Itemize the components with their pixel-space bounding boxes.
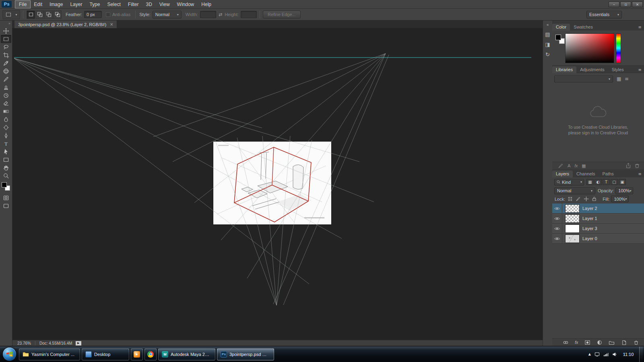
filter-shape-layers-icon[interactable]: ▢	[611, 179, 618, 185]
layer-row[interactable]: Layer 1	[552, 214, 644, 224]
zoom-level[interactable]: 23.76%	[17, 341, 31, 346]
add-mask-icon[interactable]	[584, 340, 590, 345]
foreground-color-swatch[interactable]	[2, 182, 7, 187]
filter-kind-dropdown[interactable]: Kind ▾	[554, 179, 584, 185]
saturation-brightness-box[interactable]	[565, 33, 614, 63]
tool-path-selection[interactable]	[1, 148, 11, 156]
layer-thumbnail[interactable]	[565, 234, 580, 243]
add-selection-button[interactable]	[35, 10, 44, 19]
show-desktop-button[interactable]	[639, 347, 643, 362]
canvas-area[interactable]	[12, 28, 543, 340]
foreground-swatch[interactable]	[555, 35, 561, 40]
panel-menu-icon[interactable]: ≡	[638, 25, 642, 29]
filter-type-layers-icon[interactable]: T	[603, 179, 610, 185]
filter-pixel-layers-icon[interactable]: ▦	[586, 179, 594, 185]
fill-value[interactable]: 100%▾	[611, 195, 629, 202]
panel-menu-icon[interactable]: ≡	[638, 172, 642, 176]
filter-smart-objects-icon[interactable]: ▣	[619, 179, 626, 185]
width-input[interactable]	[200, 11, 216, 18]
menu-file[interactable]: File	[15, 1, 30, 8]
tool-hand[interactable]	[1, 164, 11, 172]
tab-channels[interactable]: Channels	[573, 171, 599, 177]
clone-source-panel-icon[interactable]: ↻	[545, 52, 550, 57]
action-center-icon[interactable]	[594, 352, 600, 357]
tool-pen[interactable]	[1, 132, 11, 140]
taskbar-button-photoshop[interactable]: Ps 3pointpersp.psd @ 2...	[217, 348, 274, 360]
filter-adjustment-layers-icon[interactable]: ◐	[594, 179, 602, 185]
collapse-panel-icon[interactable]: »	[8, 22, 10, 25]
tab-color[interactable]: Color	[552, 24, 570, 31]
quick-mask-button[interactable]	[1, 194, 11, 202]
menu-layer[interactable]: Layer	[66, 1, 86, 8]
lock-transparency-icon[interactable]	[568, 196, 573, 202]
lock-position-icon[interactable]	[584, 196, 589, 202]
layer-row[interactable]: Layer 0	[552, 234, 644, 244]
tab-adjustments[interactable]: Adjustments	[576, 66, 608, 73]
menu-image[interactable]: Image	[46, 1, 66, 8]
tool-rectangular-marquee[interactable]	[1, 35, 11, 43]
menu-3d[interactable]: 3D	[142, 1, 155, 8]
tool-brush[interactable]	[1, 75, 11, 83]
taskbar-button-explorer[interactable]: Yasmin's Computer ...	[19, 348, 80, 360]
workspace-switcher[interactable]: Essentials▾	[586, 11, 622, 19]
clock[interactable]: 11:10	[621, 352, 636, 357]
new-layer-icon[interactable]	[621, 340, 627, 345]
document-tab[interactable]: 3pointpersp.psd @ 23.8% (Layer 2, RGB/8#…	[14, 21, 117, 28]
network-icon[interactable]	[603, 352, 609, 357]
library-fx-icon[interactable]: fx	[575, 164, 578, 168]
layer-style-icon[interactable]: fx	[575, 340, 578, 345]
visibility-toggle[interactable]	[552, 214, 562, 223]
layer-row[interactable]: Layer 2	[552, 204, 644, 214]
tool-crop[interactable]	[1, 51, 11, 59]
menu-view[interactable]: View	[156, 1, 173, 8]
tool-dodge[interactable]	[1, 123, 11, 132]
taskbar-button-chrome[interactable]	[144, 348, 157, 360]
tool-zoom[interactable]	[1, 172, 11, 180]
restore-button[interactable]: ▫	[620, 2, 631, 7]
tab-layers[interactable]: Layers	[552, 171, 573, 177]
layer-name[interactable]: Layer 2	[582, 206, 597, 211]
screen-mode-button[interactable]	[1, 202, 11, 210]
library-share-icon[interactable]	[625, 163, 631, 169]
tool-clone-stamp[interactable]	[1, 83, 11, 91]
layer-name[interactable]: Layer 0	[582, 236, 597, 241]
grid-view-icon[interactable]: ▦	[617, 76, 621, 82]
properties-panel-icon[interactable]: ◨	[545, 42, 550, 47]
menu-type[interactable]: Type	[86, 1, 103, 8]
tab-paths[interactable]: Paths	[599, 171, 617, 177]
tool-eyedropper[interactable]	[1, 59, 11, 67]
adjustment-layer-icon[interactable]	[597, 340, 603, 345]
visibility-toggle[interactable]	[552, 234, 562, 243]
new-group-icon[interactable]	[609, 340, 615, 345]
start-button[interactable]	[3, 348, 16, 361]
library-brush-icon[interactable]	[558, 163, 564, 169]
volume-icon[interactable]	[612, 352, 617, 357]
tool-type[interactable]: T	[1, 140, 11, 148]
feather-input[interactable]: 0 px	[84, 11, 102, 18]
menu-edit[interactable]: Edit	[30, 1, 46, 8]
layer-row[interactable]: Layer 3	[552, 224, 644, 234]
layer-name[interactable]: Layer 1	[582, 216, 597, 221]
visibility-toggle[interactable]	[552, 224, 562, 233]
tool-rectangle-shape[interactable]	[1, 156, 11, 164]
style-dropdown[interactable]: Normal▾	[153, 11, 182, 19]
library-select-dropdown[interactable]: ▾	[554, 76, 613, 82]
tool-preset-well[interactable]: ▾	[2, 10, 20, 19]
status-menu-arrow-icon[interactable]: ▶	[76, 341, 81, 346]
blend-mode-dropdown[interactable]: Normal▾	[554, 187, 595, 194]
expand-panels-icon[interactable]: «	[546, 23, 549, 27]
tray-expand-icon[interactable]: ▲	[588, 352, 591, 356]
layer-thumbnail[interactable]	[565, 224, 580, 233]
minimize-button[interactable]: –	[609, 2, 619, 7]
menu-select[interactable]: Select	[103, 1, 124, 8]
tool-blur[interactable]	[1, 115, 11, 123]
tool-move[interactable]	[1, 27, 11, 35]
subtract-selection-button[interactable]	[44, 10, 53, 19]
tab-close-icon[interactable]: ×	[110, 22, 113, 27]
panel-menu-icon[interactable]: ≡	[638, 68, 642, 72]
refine-edge-button[interactable]: Refine Edge...	[263, 10, 301, 19]
height-input[interactable]	[241, 11, 257, 18]
link-layers-icon[interactable]	[563, 340, 569, 345]
swap-dimensions-icon[interactable]: ⇄	[219, 12, 222, 17]
lock-all-icon[interactable]	[592, 196, 597, 202]
